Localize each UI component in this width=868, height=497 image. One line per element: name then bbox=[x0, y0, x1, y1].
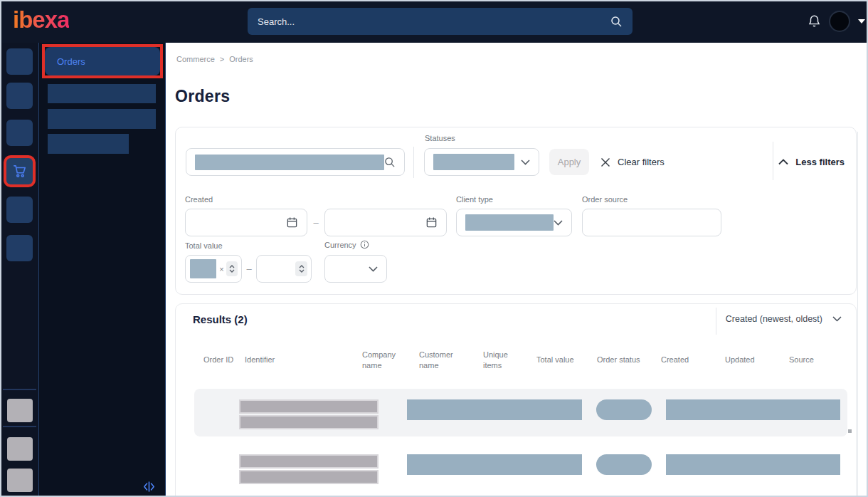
table-row[interactable] bbox=[194, 449, 847, 497]
col-source[interactable]: Source bbox=[780, 348, 838, 372]
ibexa-logo[interactable]: ibexa bbox=[13, 6, 69, 33]
col-created[interactable]: Created bbox=[652, 348, 716, 372]
number-stepper[interactable] bbox=[226, 261, 238, 276]
nav-bottom-placeholder-3[interactable] bbox=[7, 469, 33, 492]
number-stepper[interactable] bbox=[295, 261, 307, 276]
statuses-label: Statuses bbox=[425, 134, 455, 142]
content-edge-line bbox=[857, 132, 858, 497]
col-order-status[interactable]: Order status bbox=[588, 348, 652, 372]
search-icon[interactable] bbox=[610, 16, 623, 28]
created-to-input[interactable] bbox=[324, 209, 447, 236]
less-filters-button[interactable]: Less filters bbox=[778, 149, 845, 175]
collapse-sidebar-icon[interactable] bbox=[143, 481, 155, 492]
menu-item-placeholder-3[interactable] bbox=[48, 134, 129, 154]
scroll-dot bbox=[848, 429, 852, 433]
col-total-value[interactable]: Total value bbox=[527, 348, 588, 372]
breadcrumb-item-orders[interactable]: Orders bbox=[229, 55, 253, 63]
divider bbox=[716, 308, 716, 335]
page-title: Orders bbox=[175, 87, 230, 106]
col-unique-items[interactable]: Unique items bbox=[474, 348, 527, 372]
info-icon[interactable] bbox=[360, 240, 369, 249]
breadcrumb: Commerce > Orders bbox=[176, 55, 253, 63]
breadcrumb-separator: > bbox=[220, 55, 224, 63]
currency-select[interactable] bbox=[324, 255, 387, 283]
calendar-icon[interactable] bbox=[286, 216, 298, 229]
multiply-sign: × bbox=[219, 265, 223, 273]
nav-bottom-placeholder-1[interactable] bbox=[7, 399, 33, 422]
ibexa-admin-screen: ibexa bbox=[0, 0, 868, 497]
col-order-id[interactable]: Order ID bbox=[194, 348, 235, 372]
nav-bottom-placeholder-2[interactable] bbox=[7, 437, 33, 461]
chevron-down-icon bbox=[832, 316, 842, 322]
total-value-max-input[interactable] bbox=[256, 255, 312, 283]
status-badge-placeholder bbox=[596, 399, 652, 420]
sort-dropdown[interactable]: Created (newest, oldest) bbox=[726, 314, 842, 324]
client-type-label: Client type bbox=[456, 195, 493, 204]
divider bbox=[773, 142, 773, 180]
rail-divider-2 bbox=[3, 426, 36, 427]
clear-filters-label: Clear filters bbox=[618, 157, 665, 167]
col-customer-name[interactable]: Customer name bbox=[410, 348, 474, 372]
statuses-value-placeholder bbox=[433, 154, 514, 170]
rail-divider-1 bbox=[3, 389, 36, 390]
avatar[interactable] bbox=[829, 11, 850, 32]
table-header-row: Order ID Identifier Company name Custome… bbox=[194, 348, 838, 372]
breadcrumb-item-commerce[interactable]: Commerce bbox=[176, 55, 215, 63]
global-search[interactable] bbox=[248, 8, 633, 35]
currency-label-row: Currency bbox=[324, 240, 369, 249]
nav-item-commerce[interactable] bbox=[6, 158, 33, 184]
range-dash: – bbox=[244, 255, 254, 283]
cart-icon bbox=[11, 163, 28, 179]
order-source-input[interactable] bbox=[582, 209, 721, 236]
commerce-submenu: Orders bbox=[39, 43, 166, 497]
close-icon bbox=[600, 157, 610, 167]
menu-item-placeholder-1[interactable] bbox=[48, 84, 156, 103]
divider bbox=[413, 147, 414, 178]
calendar-icon[interactable] bbox=[425, 216, 438, 229]
identifier-placeholder bbox=[239, 454, 379, 469]
chevron-up-icon bbox=[778, 159, 788, 165]
results-panel: Results (2) Created (newest, oldest) Ord… bbox=[175, 303, 857, 497]
col-identifier[interactable]: Identifier bbox=[235, 348, 353, 372]
statuses-select[interactable] bbox=[424, 148, 539, 176]
apply-button[interactable]: Apply bbox=[549, 149, 589, 175]
less-filters-label: Less filters bbox=[795, 157, 845, 167]
identifier-placeholder bbox=[239, 399, 379, 414]
topbar: ibexa bbox=[0, 0, 868, 43]
cell-placeholder bbox=[666, 454, 840, 475]
filter-search-input[interactable] bbox=[186, 148, 405, 176]
col-company-name[interactable]: Company name bbox=[353, 348, 410, 372]
cell-placeholder bbox=[666, 399, 840, 420]
status-badge-placeholder bbox=[596, 454, 652, 475]
search-icon[interactable] bbox=[384, 157, 396, 168]
nav-item-placeholder-1[interactable] bbox=[6, 48, 33, 75]
caret-down-icon[interactable] bbox=[858, 19, 865, 23]
client-type-select[interactable] bbox=[456, 209, 572, 236]
results-heading: Results (2) bbox=[193, 313, 248, 325]
filters-panel: Statuses Apply Clear filters Less fi bbox=[175, 127, 857, 295]
identifier-placeholder bbox=[239, 415, 379, 429]
total-value-label: Total value bbox=[185, 241, 223, 250]
created-from-input[interactable] bbox=[185, 209, 307, 236]
table-row[interactable] bbox=[194, 389, 847, 436]
sort-label: Created (newest, oldest) bbox=[726, 314, 822, 324]
client-type-value-placeholder bbox=[465, 214, 554, 231]
order-source-label: Order source bbox=[582, 195, 628, 204]
clear-filters-button[interactable]: Clear filters bbox=[600, 149, 665, 175]
chevron-down-icon bbox=[554, 220, 563, 226]
cell-placeholder bbox=[407, 399, 582, 420]
col-updated[interactable]: Updated bbox=[716, 348, 780, 372]
menu-item-orders-label: Orders bbox=[57, 56, 85, 67]
bell-icon[interactable] bbox=[808, 14, 821, 28]
main-content: Commerce > Orders Orders Statuses bbox=[166, 43, 868, 497]
nav-item-placeholder-5[interactable] bbox=[6, 235, 33, 261]
total-value-min-input[interactable]: × bbox=[185, 255, 242, 283]
nav-item-placeholder-4[interactable] bbox=[6, 197, 33, 223]
nav-item-placeholder-2[interactable] bbox=[6, 83, 33, 109]
nav-item-placeholder-3[interactable] bbox=[6, 120, 33, 146]
menu-item-placeholder-2[interactable] bbox=[48, 109, 156, 129]
menu-item-orders[interactable]: Orders bbox=[45, 47, 160, 75]
main-nav-rail bbox=[0, 43, 39, 497]
global-search-input[interactable] bbox=[258, 16, 610, 27]
total-value-placeholder bbox=[190, 259, 216, 278]
